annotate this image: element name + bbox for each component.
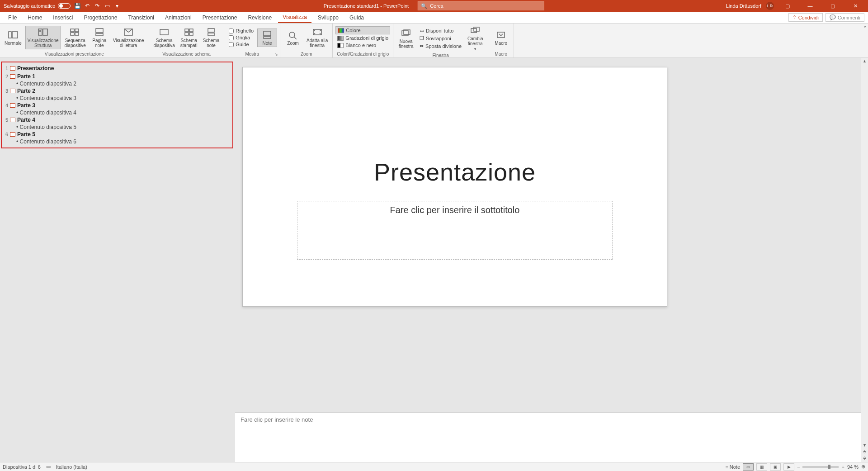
normal-view-button[interactable]: Normale <box>3 29 24 47</box>
next-slide-icon[interactable]: ⬙ <box>861 455 868 461</box>
maximize-button[interactable]: ▢ <box>824 0 842 12</box>
user-avatar[interactable]: LD <box>766 2 774 10</box>
qat-customize-icon[interactable]: ▾ <box>114 3 120 9</box>
tab-animations[interactable]: Animazioni <box>160 13 196 23</box>
outline-slide-title[interactable]: Parte 4 <box>17 117 35 123</box>
language-indicator[interactable]: Italiano (Italia) <box>56 464 87 470</box>
prev-slide-icon[interactable]: ⬘ <box>861 448 868 455</box>
undo-icon[interactable]: ↶ <box>84 3 90 9</box>
macros-button[interactable]: Macro <box>491 29 511 47</box>
scroll-track[interactable] <box>861 64 868 442</box>
redo-icon[interactable]: ↷ <box>94 3 100 9</box>
outline-bullet[interactable]: Contenuto diapositiva 6 <box>3 138 231 145</box>
notes-page-button[interactable]: Pagina note <box>90 26 109 49</box>
user-name[interactable]: Linda Dräusdorf <box>726 3 761 9</box>
ruler-checkbox[interactable]: Righello <box>227 28 255 34</box>
scroll-up-icon[interactable]: ▲ <box>861 58 868 64</box>
show-group-launcher-icon[interactable]: ↘ <box>274 52 278 57</box>
ribbon-display-options-icon[interactable]: ▢ <box>778 0 797 12</box>
tab-insert[interactable]: Inserisci <box>48 13 77 23</box>
bw-mode-button[interactable]: Bianco e nero <box>335 42 390 49</box>
outline-slide-row[interactable]: 1Presentazione <box>3 64 231 72</box>
outline-slide-row[interactable]: 4Parte 3 <box>3 101 231 109</box>
slide-canvas[interactable]: Presentazione Fare clic per inserire il … <box>242 67 667 307</box>
comments-button[interactable]: 💬 Commenti <box>826 13 864 22</box>
outline-slide-row[interactable]: 5Parte 4 <box>3 116 231 124</box>
fit-to-window-button[interactable]: Adatta alla finestra <box>305 26 330 49</box>
close-button[interactable]: ✕ <box>846 0 864 12</box>
tab-home[interactable]: Home <box>23 13 47 23</box>
outline-bullet[interactable]: Contenuto diapositiva 2 <box>3 81 231 87</box>
move-split-button[interactable]: ⇔Sposta divisione <box>418 42 463 50</box>
tab-review[interactable]: Revisione <box>243 13 276 23</box>
macros-label: Macro <box>495 41 507 46</box>
autosave-toggle[interactable]: Salvataggio automatico <box>4 3 71 9</box>
outline-bullet[interactable]: Contenuto diapositiva 4 <box>3 109 231 116</box>
arrange-all-button[interactable]: ▭Disponi tutto <box>418 27 463 34</box>
notes-status-button[interactable]: ≡ Note <box>725 464 740 470</box>
minimize-button[interactable]: — <box>801 0 819 12</box>
vertical-scrollbar[interactable]: ▲ ▼ ⬘ ⬙ <box>861 58 868 462</box>
slideshow-status-button[interactable]: ▶ <box>783 463 794 471</box>
gridlines-checkbox[interactable]: Griglia <box>227 34 255 41</box>
accessibility-icon[interactable]: ▭ <box>46 464 51 470</box>
zoom-percentage[interactable]: 94 % <box>847 464 859 470</box>
outline-bullet[interactable]: Contenuto diapositiva 3 <box>3 95 231 101</box>
outline-slide-row[interactable]: 6Parte 5 <box>3 130 231 138</box>
collapse-ribbon-icon[interactable]: ^ <box>864 25 866 30</box>
new-window-button[interactable]: Nuova finestra <box>396 27 416 50</box>
zoom-slider[interactable] <box>802 466 839 468</box>
fit-to-window-status-button[interactable]: ⊕ <box>861 464 865 470</box>
macros-icon <box>495 30 507 40</box>
scroll-down-icon[interactable]: ▼ <box>861 442 868 448</box>
notes-pane[interactable]: Fare clic per inserire le note <box>235 412 861 462</box>
new-window-label: Nuova finestra <box>399 39 414 49</box>
search-box[interactable]: 🔍 Cerca <box>418 1 544 10</box>
tab-developer[interactable]: Sviluppo <box>313 13 343 23</box>
grayscale-mode-button[interactable]: Gradazioni di grigio <box>335 34 390 42</box>
zoom-out-button[interactable]: − <box>797 464 800 470</box>
tab-view[interactable]: Visualizza <box>278 12 311 23</box>
outline-slide-row[interactable]: 2Parte 1 <box>3 72 231 81</box>
tab-design[interactable]: Progettazione <box>79 13 122 23</box>
outline-slide-title[interactable]: Parte 2 <box>17 88 35 94</box>
zoom-button[interactable]: Zoom <box>283 29 303 47</box>
normal-view-status-button[interactable]: ▭ <box>743 463 754 471</box>
slide-subtitle-placeholder[interactable]: Fare clic per inserire il sottotitolo <box>297 201 613 260</box>
slide-sorter-button[interactable]: Sequenza diapositive <box>63 26 88 49</box>
notes-toggle-button[interactable]: Note <box>257 29 277 47</box>
tab-transitions[interactable]: Transizioni <box>123 13 159 23</box>
switch-windows-button[interactable]: Cambia finestra ▾ <box>465 24 485 52</box>
zoom-in-button[interactable]: + <box>841 464 844 470</box>
outline-slide-row[interactable]: 3Parte 2 <box>3 87 231 95</box>
share-button[interactable]: ⇧ Condividi <box>788 13 823 22</box>
notes-master-button[interactable]: Schema note <box>201 26 222 49</box>
cascade-button[interactable]: ❐Sovrapponi <box>418 34 463 42</box>
reading-view-status-button[interactable]: ▣ <box>770 463 781 471</box>
tab-help[interactable]: Guida <box>345 13 368 23</box>
workspace: 1Presentazione2Parte 1Contenuto diaposit… <box>0 58 868 462</box>
outline-view-button[interactable]: Visualizzazione Struttura <box>25 26 61 49</box>
reading-view-button[interactable]: Visualizzazione di lettura <box>111 26 146 49</box>
save-icon[interactable]: 💾 <box>74 3 80 9</box>
svg-rect-21 <box>264 37 271 38</box>
outline-slide-title[interactable]: Parte 1 <box>17 73 35 80</box>
outline-slide-title[interactable]: Presentazione <box>17 65 54 71</box>
tab-slideshow[interactable]: Presentazione <box>198 13 242 23</box>
slide-master-button[interactable]: Schema diapositiva <box>152 26 177 49</box>
slide-counter[interactable]: Diapositiva 1 di 6 <box>3 464 41 470</box>
outline-bullet[interactable]: Contenuto diapositiva 5 <box>3 124 231 130</box>
notes-page-icon <box>94 27 105 37</box>
slide-title[interactable]: Presentazione <box>243 158 667 186</box>
color-mode-button[interactable]: Colore <box>335 26 390 34</box>
outline-slide-title[interactable]: Parte 3 <box>17 102 35 109</box>
zoom-slider-thumb[interactable] <box>828 465 830 469</box>
start-slideshow-icon[interactable]: ▭ <box>104 3 110 9</box>
sorter-view-status-button[interactable]: ▦ <box>756 463 767 471</box>
outline-pane[interactable]: 1Presentazione2Parte 1Contenuto diaposit… <box>0 58 235 462</box>
handout-master-icon <box>183 27 195 37</box>
guides-checkbox[interactable]: Guide <box>227 41 255 48</box>
outline-slide-title[interactable]: Parte 5 <box>17 131 35 138</box>
handout-master-button[interactable]: Schema stampati <box>179 26 199 49</box>
tab-file[interactable]: File <box>4 13 21 23</box>
